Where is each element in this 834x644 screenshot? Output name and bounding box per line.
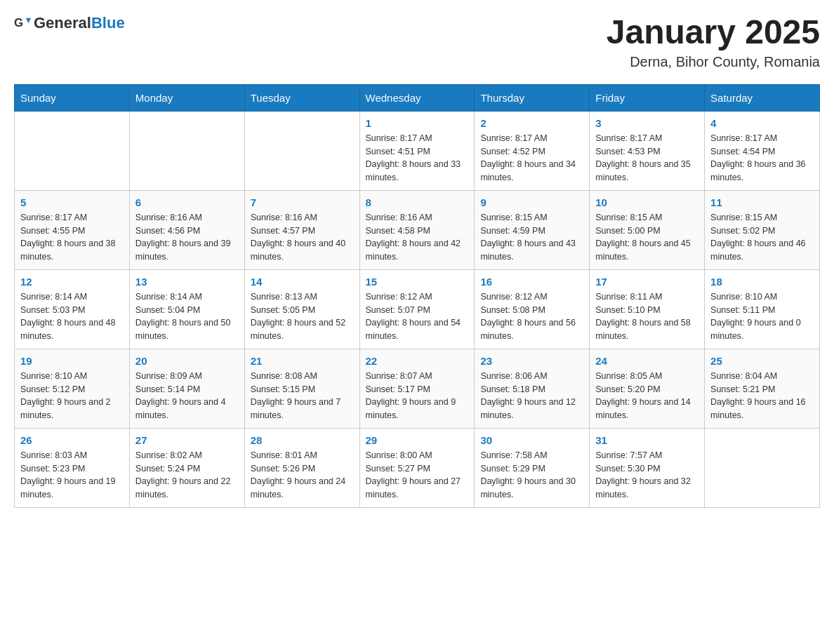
day-info: Sunrise: 8:05 AMSunset: 5:20 PMDaylight:… [595, 370, 699, 422]
day-number: 18 [710, 276, 814, 288]
day-number: 8 [366, 196, 469, 208]
day-info: Sunrise: 8:02 AMSunset: 5:24 PMDaylight:… [135, 449, 239, 502]
calendar-week-row: 12Sunrise: 8:14 AMSunset: 5:03 PMDayligh… [15, 269, 820, 349]
calendar-cell: 11Sunrise: 8:15 AMSunset: 5:02 PMDayligh… [705, 190, 820, 269]
calendar-cell: 4Sunrise: 8:17 AMSunset: 4:54 PMDaylight… [705, 111, 820, 190]
day-number: 3 [595, 117, 699, 129]
day-number: 20 [135, 355, 239, 367]
calendar-cell: 13Sunrise: 8:14 AMSunset: 5:04 PMDayligh… [129, 269, 244, 349]
title-block: January 2025 Derna, Bihor County, Romani… [607, 14, 820, 70]
day-info: Sunrise: 8:17 AMSunset: 4:53 PMDaylight:… [595, 132, 699, 185]
calendar-cell: 9Sunrise: 8:15 AMSunset: 4:59 PMDaylight… [475, 190, 590, 269]
day-info: Sunrise: 8:13 AMSunset: 5:05 PMDaylight:… [251, 290, 354, 343]
day-info: Sunrise: 8:10 AMSunset: 5:11 PMDaylight:… [710, 290, 814, 343]
calendar-week-row: 5Sunrise: 8:17 AMSunset: 4:55 PMDaylight… [15, 190, 820, 269]
calendar-cell: 22Sunrise: 8:07 AMSunset: 5:17 PMDayligh… [359, 349, 475, 428]
day-info: Sunrise: 8:04 AMSunset: 5:21 PMDaylight:… [710, 370, 814, 422]
calendar-cell: 29Sunrise: 8:00 AMSunset: 5:27 PMDayligh… [359, 428, 475, 507]
svg-marker-1 [26, 18, 31, 23]
day-number: 29 [366, 434, 469, 446]
calendar-cell: 20Sunrise: 8:09 AMSunset: 5:14 PMDayligh… [129, 349, 244, 428]
day-number: 21 [251, 355, 354, 367]
day-number: 7 [251, 196, 354, 208]
calendar-week-row: 26Sunrise: 8:03 AMSunset: 5:23 PMDayligh… [15, 428, 820, 507]
calendar-cell: 30Sunrise: 7:58 AMSunset: 5:29 PMDayligh… [475, 428, 590, 507]
calendar-cell: 6Sunrise: 8:16 AMSunset: 4:56 PMDaylight… [129, 190, 244, 269]
logo: G GeneralBlue [14, 14, 125, 32]
day-number: 13 [135, 276, 239, 288]
day-info: Sunrise: 8:11 AMSunset: 5:10 PMDaylight:… [595, 290, 699, 343]
svg-text:G: G [14, 16, 23, 29]
day-number: 30 [480, 434, 583, 446]
day-info: Sunrise: 8:17 AMSunset: 4:51 PMDaylight:… [366, 132, 469, 185]
calendar-cell: 1Sunrise: 8:17 AMSunset: 4:51 PMDaylight… [359, 111, 475, 190]
day-info: Sunrise: 8:10 AMSunset: 5:12 PMDaylight:… [20, 370, 124, 422]
calendar-cell: 23Sunrise: 8:06 AMSunset: 5:18 PMDayligh… [475, 349, 590, 428]
calendar-cell: 28Sunrise: 8:01 AMSunset: 5:26 PMDayligh… [244, 428, 359, 507]
weekday-header-row: SundayMondayTuesdayWednesdayThursdayFrid… [15, 84, 820, 111]
calendar-cell [705, 428, 820, 507]
calendar-cell [15, 111, 130, 190]
calendar-cell: 8Sunrise: 8:16 AMSunset: 4:58 PMDaylight… [359, 190, 475, 269]
weekday-header-friday: Friday [590, 84, 705, 111]
calendar-week-row: 19Sunrise: 8:10 AMSunset: 5:12 PMDayligh… [15, 349, 820, 428]
day-info: Sunrise: 8:03 AMSunset: 5:23 PMDaylight:… [20, 449, 124, 502]
logo-text-blue: Blue [91, 14, 125, 32]
day-info: Sunrise: 8:14 AMSunset: 5:03 PMDaylight:… [20, 290, 124, 343]
day-number: 19 [20, 355, 124, 367]
day-number: 4 [710, 117, 814, 129]
calendar-cell: 24Sunrise: 8:05 AMSunset: 5:20 PMDayligh… [590, 349, 705, 428]
day-number: 26 [20, 434, 124, 446]
day-number: 17 [595, 276, 699, 288]
day-number: 15 [366, 276, 469, 288]
day-info: Sunrise: 8:17 AMSunset: 4:54 PMDaylight:… [710, 132, 814, 185]
day-number: 28 [251, 434, 354, 446]
calendar-cell: 21Sunrise: 8:08 AMSunset: 5:15 PMDayligh… [244, 349, 359, 428]
day-info: Sunrise: 8:12 AMSunset: 5:08 PMDaylight:… [480, 290, 583, 343]
calendar-cell: 16Sunrise: 8:12 AMSunset: 5:08 PMDayligh… [475, 269, 590, 349]
day-info: Sunrise: 8:16 AMSunset: 4:58 PMDaylight:… [366, 211, 469, 264]
calendar-cell [244, 111, 359, 190]
day-number: 1 [366, 117, 469, 129]
day-info: Sunrise: 8:17 AMSunset: 4:55 PMDaylight:… [20, 211, 124, 264]
day-number: 5 [20, 196, 124, 208]
day-info: Sunrise: 8:12 AMSunset: 5:07 PMDaylight:… [366, 290, 469, 343]
day-info: Sunrise: 7:57 AMSunset: 5:30 PMDaylight:… [595, 449, 699, 502]
logo-icon: G [14, 15, 31, 32]
calendar-cell: 25Sunrise: 8:04 AMSunset: 5:21 PMDayligh… [705, 349, 820, 428]
calendar-cell: 18Sunrise: 8:10 AMSunset: 5:11 PMDayligh… [705, 269, 820, 349]
calendar-cell: 31Sunrise: 7:57 AMSunset: 5:30 PMDayligh… [590, 428, 705, 507]
day-number: 10 [595, 196, 699, 208]
calendar-cell: 7Sunrise: 8:16 AMSunset: 4:57 PMDaylight… [244, 190, 359, 269]
calendar-cell: 15Sunrise: 8:12 AMSunset: 5:07 PMDayligh… [359, 269, 475, 349]
day-info: Sunrise: 8:07 AMSunset: 5:17 PMDaylight:… [366, 370, 469, 422]
day-info: Sunrise: 8:16 AMSunset: 4:57 PMDaylight:… [251, 211, 354, 264]
day-info: Sunrise: 8:06 AMSunset: 5:18 PMDaylight:… [480, 370, 583, 422]
weekday-header-wednesday: Wednesday [359, 84, 475, 111]
day-info: Sunrise: 8:09 AMSunset: 5:14 PMDaylight:… [135, 370, 239, 422]
day-info: Sunrise: 8:16 AMSunset: 4:56 PMDaylight:… [135, 211, 239, 264]
day-number: 2 [480, 117, 583, 129]
calendar-cell: 5Sunrise: 8:17 AMSunset: 4:55 PMDaylight… [15, 190, 130, 269]
weekday-header-saturday: Saturday [705, 84, 820, 111]
page-header: G GeneralBlue January 2025 Derna, Bihor … [14, 14, 820, 70]
calendar-cell: 17Sunrise: 8:11 AMSunset: 5:10 PMDayligh… [590, 269, 705, 349]
calendar-week-row: 1Sunrise: 8:17 AMSunset: 4:51 PMDaylight… [15, 111, 820, 190]
day-number: 25 [710, 355, 814, 367]
day-info: Sunrise: 8:15 AMSunset: 4:59 PMDaylight:… [480, 211, 583, 264]
calendar-table: SundayMondayTuesdayWednesdayThursdayFrid… [14, 84, 820, 508]
day-number: 23 [480, 355, 583, 367]
day-number: 14 [251, 276, 354, 288]
calendar-cell: 19Sunrise: 8:10 AMSunset: 5:12 PMDayligh… [15, 349, 130, 428]
calendar-cell [129, 111, 244, 190]
day-number: 22 [366, 355, 469, 367]
logo-text-general: General [34, 14, 91, 32]
day-number: 12 [20, 276, 124, 288]
calendar-cell: 10Sunrise: 8:15 AMSunset: 5:00 PMDayligh… [590, 190, 705, 269]
day-info: Sunrise: 8:01 AMSunset: 5:26 PMDaylight:… [251, 449, 354, 502]
day-number: 27 [135, 434, 239, 446]
calendar-cell: 2Sunrise: 8:17 AMSunset: 4:52 PMDaylight… [475, 111, 590, 190]
day-info: Sunrise: 8:00 AMSunset: 5:27 PMDaylight:… [366, 449, 469, 502]
calendar-cell: 27Sunrise: 8:02 AMSunset: 5:24 PMDayligh… [129, 428, 244, 507]
weekday-header-monday: Monday [129, 84, 244, 111]
